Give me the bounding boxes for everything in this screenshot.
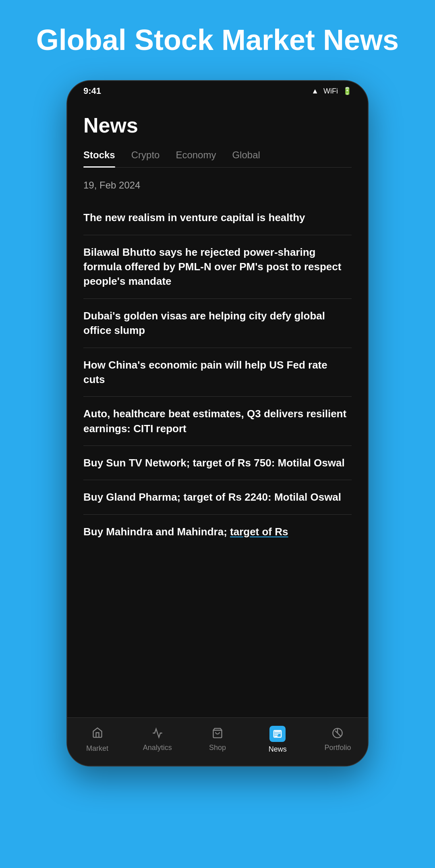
news-item-1[interactable]: The new realism in venture capital is he… [83,201,352,235]
nav-item-market[interactable]: Market [67,727,127,753]
tab-economy[interactable]: Economy [176,149,216,167]
date-label: 19, Feb 2024 [83,180,352,191]
tab-crypto[interactable]: Crypto [131,149,160,167]
status-time: 9:41 [83,86,101,96]
nav-item-analytics[interactable]: Analytics [127,727,187,752]
news-item-title-7: Buy Gland Pharma; target of Rs 2240: Mot… [83,490,352,504]
news-list: The new realism in venture capital is he… [83,201,352,549]
content-area: News Stocks Crypto Economy Global 19, Fe… [67,101,368,717]
phone-shell: 9:41 ▲ WiFi 🔋 News Stocks Crypto Economy [66,80,369,766]
status-bar: 9:41 ▲ WiFi 🔋 [67,81,368,101]
tab-stocks[interactable]: Stocks [83,149,115,167]
news-heading: News [83,113,352,137]
news-item-8[interactable]: Buy Mahindra and Mahindra; target of Rs [83,515,352,549]
news-item-3[interactable]: Dubai's golden visas are helping city de… [83,299,352,348]
bottom-navigation: Market Analytics Shop [67,717,368,766]
news-item-title-1: The new realism in venture capital is he… [83,210,352,225]
battery-icon: 🔋 [343,87,352,95]
nav-label-market: Market [86,744,108,753]
shop-icon [212,727,223,740]
wifi-icon: WiFi [323,87,338,95]
page-title: Global Stock Market News [20,24,415,56]
news-item-6[interactable]: Buy Sun TV Network; target of Rs 750: Mo… [83,446,352,480]
news-item-title-5: Auto, healthcare beat estimates, Q3 deli… [83,406,352,436]
nav-item-news[interactable]: News [248,726,308,754]
analytics-icon [152,727,163,740]
news-item-title-6: Buy Sun TV Network; target of Rs 750: Mo… [83,456,352,470]
signal-icon: ▲ [311,87,319,95]
nav-label-shop: Shop [209,744,226,752]
news-icon [269,726,286,742]
portfolio-icon [332,727,343,740]
news-item-title-3: Dubai's golden visas are helping city de… [83,309,352,338]
tab-global[interactable]: Global [232,149,260,167]
home-icon [92,727,103,741]
news-item-title-8: Buy Mahindra and Mahindra; target of Rs [83,524,352,539]
category-tabs: Stocks Crypto Economy Global [83,149,352,168]
news-item-7[interactable]: Buy Gland Pharma; target of Rs 2240: Mot… [83,480,352,514]
news-item-5[interactable]: Auto, healthcare beat estimates, Q3 deli… [83,397,352,446]
nav-item-shop[interactable]: Shop [187,727,247,752]
news-item-title-2: Bilawal Bhutto says he rejected power-sh… [83,245,352,289]
nav-label-news: News [269,745,287,754]
nav-label-portfolio: Portfolio [324,744,351,752]
nav-item-portfolio[interactable]: Portfolio [308,727,368,752]
news-item-2[interactable]: Bilawal Bhutto says he rejected power-sh… [83,235,352,299]
phone-screen: 9:41 ▲ WiFi 🔋 News Stocks Crypto Economy [67,81,368,766]
news-item-title-4: How China's economic pain will help US F… [83,358,352,387]
nav-label-analytics: Analytics [143,744,172,752]
news-item-4[interactable]: How China's economic pain will help US F… [83,348,352,397]
status-icons: ▲ WiFi 🔋 [311,87,352,95]
